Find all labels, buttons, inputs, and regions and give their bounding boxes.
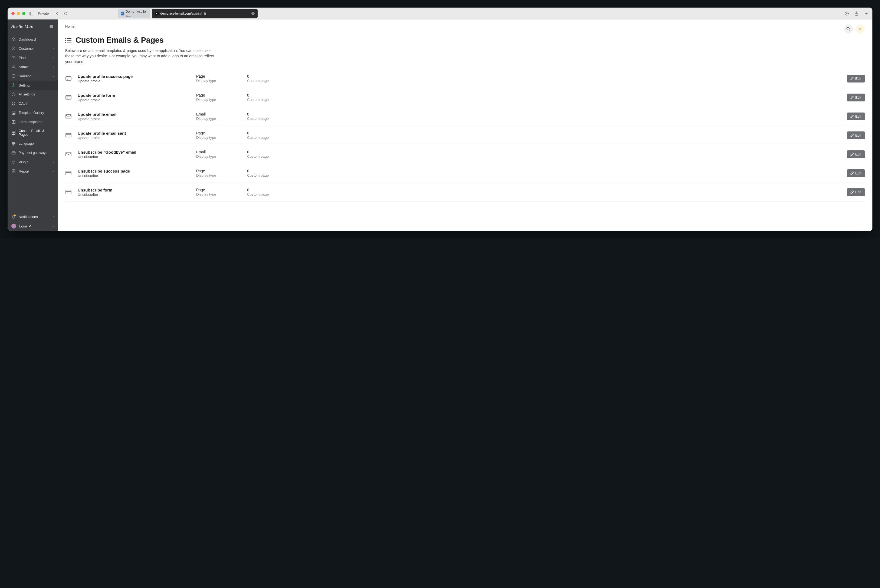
chevron-right-icon: › bbox=[53, 160, 54, 164]
sidebar-item-label: Payment gateways bbox=[19, 151, 47, 155]
edit-button-label: Edit bbox=[855, 134, 861, 137]
display-type-label: Display type bbox=[196, 135, 242, 140]
svg-point-4 bbox=[252, 13, 252, 14]
display-type-value: Page bbox=[196, 188, 242, 192]
display-type-value: Page bbox=[196, 74, 242, 78]
chevron-right-icon: › bbox=[53, 47, 54, 50]
sidebar-item-label: Report bbox=[19, 170, 29, 173]
mail-icon bbox=[65, 113, 72, 120]
reload-button[interactable] bbox=[63, 11, 68, 16]
template-title[interactable]: Unsubscribe success page bbox=[78, 169, 191, 173]
sidebar-item-plan[interactable]: Plan › bbox=[8, 53, 58, 62]
card-icon bbox=[11, 151, 16, 155]
page-icon bbox=[65, 75, 72, 82]
sidebar-item-label: Dashboard bbox=[19, 38, 36, 41]
custom-page-count: 0 bbox=[247, 112, 293, 116]
lock-icon bbox=[203, 12, 206, 15]
sidebar-item-label: Template Gallery bbox=[19, 111, 44, 115]
sidebar-item-plugin[interactable]: Plugin › bbox=[8, 158, 58, 166]
gear-icon bbox=[11, 83, 16, 87]
sidebar-subitem[interactable]: OAuth bbox=[8, 99, 58, 108]
sidebar-item-label: OAuth bbox=[19, 102, 28, 105]
share-icon[interactable] bbox=[854, 11, 859, 16]
edit-button[interactable]: Edit bbox=[847, 94, 865, 101]
svg-point-14 bbox=[13, 94, 14, 95]
main-content: Home Custom Emails & Pages Below are def… bbox=[58, 20, 872, 231]
sidebar-subitem[interactable]: Payment gateways bbox=[8, 148, 58, 158]
sidebar-subitem[interactable]: Form templates bbox=[8, 117, 58, 127]
edit-button[interactable]: Edit bbox=[847, 188, 865, 196]
user-icon bbox=[11, 46, 16, 51]
display-type-value: Page bbox=[196, 131, 242, 135]
browser-tab-inactive[interactable]: M Demo - Acelle E… bbox=[118, 9, 150, 18]
minimize-window-icon[interactable] bbox=[17, 12, 20, 15]
favicon-icon: ✕ bbox=[155, 12, 159, 15]
template-title[interactable]: Update profile success page bbox=[78, 74, 191, 79]
svg-rect-17 bbox=[12, 131, 15, 134]
svg-rect-30 bbox=[66, 134, 71, 137]
chevron-down-icon: ⌄ bbox=[52, 84, 54, 87]
edit-button[interactable]: Edit bbox=[847, 132, 865, 139]
breadcrumb[interactable]: Home bbox=[65, 24, 75, 28]
display-type-value: Email bbox=[196, 150, 242, 154]
more-icon[interactable] bbox=[251, 12, 255, 15]
edit-button-label: Edit bbox=[855, 152, 861, 156]
template-title[interactable]: Unsubscribe form bbox=[78, 188, 191, 192]
sidebar-subitem[interactable]: Template Gallery bbox=[8, 108, 58, 117]
template-title[interactable]: Unsubscribe "Goodbye" email bbox=[78, 150, 191, 154]
titlebar: Private M Demo - Acelle E… ✕ demo.acelle… bbox=[8, 8, 872, 20]
search-button[interactable] bbox=[844, 24, 853, 33]
list-item: Update profile email Update profile Emai… bbox=[65, 107, 865, 126]
favicon-icon: M bbox=[121, 12, 124, 15]
sidebar-item-dashboard[interactable]: Dashboard bbox=[8, 34, 58, 44]
user-name-label: Louis P. bbox=[19, 224, 32, 228]
downloads-icon[interactable] bbox=[844, 11, 849, 16]
edit-button-label: Edit bbox=[855, 76, 861, 81]
svg-point-22 bbox=[847, 27, 849, 30]
sidebar-item-admin[interactable]: Admin › bbox=[8, 62, 58, 71]
svg-point-25 bbox=[66, 40, 66, 40]
sidebar-item-notifications[interactable]: Notifications › bbox=[8, 212, 58, 221]
plugin-icon bbox=[11, 160, 16, 164]
back-button[interactable] bbox=[55, 11, 60, 16]
custom-page-count: 0 bbox=[247, 150, 293, 154]
edit-button[interactable]: Edit bbox=[847, 170, 865, 177]
page-icon bbox=[65, 94, 72, 100]
template-title[interactable]: Update profile form bbox=[78, 93, 191, 98]
edit-button[interactable]: Edit bbox=[847, 150, 865, 158]
template-group: Unsubscribe bbox=[78, 193, 191, 196]
sidebar-item-report[interactable]: Report › bbox=[8, 166, 58, 176]
sidebar-subitem[interactable]: Language bbox=[8, 139, 58, 148]
template-title[interactable]: Update profile email sent bbox=[78, 131, 191, 135]
page-icon bbox=[65, 189, 72, 195]
sidebar-toggle-icon[interactable] bbox=[29, 11, 33, 16]
notification-badge-icon bbox=[14, 214, 16, 216]
list-item: Update profile success page Update profi… bbox=[65, 74, 865, 88]
custom-page-label: Custom page bbox=[247, 98, 293, 102]
list-item: Update profile form Update profile Page … bbox=[65, 88, 865, 107]
theme-toggle-button[interactable] bbox=[856, 24, 865, 33]
edit-button[interactable]: Edit bbox=[847, 75, 865, 82]
sidebar-item-label: Form templates bbox=[19, 120, 42, 124]
list-item: Unsubscribe success page Unsubscribe Pag… bbox=[65, 164, 865, 183]
display-type-value: Email bbox=[196, 112, 242, 116]
sidebar-subitem[interactable]: Custom Emails & Pages bbox=[8, 127, 58, 139]
sidebar-item-sending[interactable]: Sending › bbox=[8, 71, 58, 81]
lang-icon bbox=[11, 141, 16, 146]
address-bar[interactable]: ✕ demo.acellemail.com/admin/layouts bbox=[152, 9, 258, 18]
maximize-window-icon[interactable] bbox=[22, 12, 26, 15]
mail-icon bbox=[65, 151, 72, 158]
display-type-label: Display type bbox=[196, 79, 242, 83]
sidebar: Acelle Mail Dashboard Customer › Plan › … bbox=[8, 20, 58, 231]
edit-button[interactable]: Edit bbox=[847, 112, 865, 120]
close-window-icon[interactable] bbox=[11, 12, 15, 15]
sidebar-item-setting[interactable]: Setting ⌄ bbox=[8, 81, 58, 90]
sidebar-item-customer[interactable]: Customer › bbox=[8, 44, 58, 53]
collapse-sidebar-icon[interactable] bbox=[49, 25, 54, 28]
sidebar-item-user[interactable]: Louis P. › bbox=[8, 221, 58, 231]
template-title[interactable]: Update profile email bbox=[78, 112, 191, 117]
sidebar-subitem[interactable]: All settings bbox=[8, 90, 58, 99]
new-tab-icon[interactable] bbox=[864, 11, 869, 16]
list-icon bbox=[65, 38, 72, 43]
svg-rect-2 bbox=[204, 13, 206, 15]
